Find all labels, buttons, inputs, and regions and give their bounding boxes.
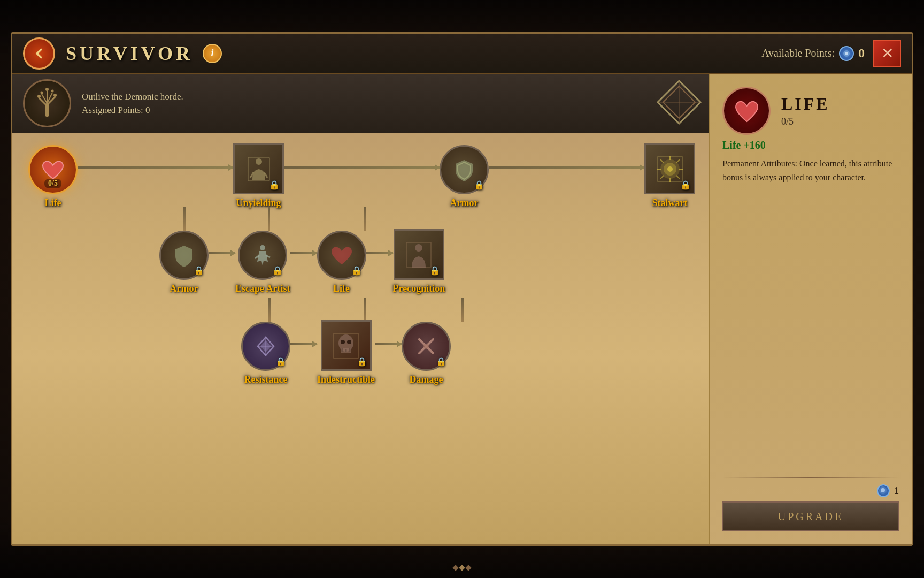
life-icon-large (722, 87, 771, 135)
v-connector-3 (364, 207, 366, 231)
svg-line-27 (676, 176, 680, 179)
lock-icon-precog: 🔒 (429, 265, 440, 276)
close-button[interactable]: ✕ (873, 40, 901, 67)
header-bar: SURVIVOR i Available Points: 0 ✕ (12, 34, 912, 74)
svg-point-1 (845, 52, 848, 55)
cost-icon (877, 484, 890, 497)
divider (722, 477, 899, 478)
svg-point-30 (667, 166, 673, 172)
cost-value: 1 (894, 485, 899, 497)
svg-point-9 (53, 94, 57, 97)
v-connector-2 (268, 207, 270, 231)
connector-indestr-damage (375, 343, 402, 345)
connector-armor1-stalwart (489, 166, 644, 169)
lock-icon-stalwart: 🔒 (680, 180, 691, 190)
lock-icon-resistance: 🔒 (275, 356, 286, 367)
svg-line-28 (676, 159, 680, 163)
node-armor2[interactable]: 🔒 Armor (159, 231, 209, 294)
lock-icon-damage: 🔒 (436, 356, 446, 367)
svg-point-8 (37, 95, 41, 98)
main-panel: SURVIVOR i Available Points: 0 ✕ (11, 32, 913, 546)
node-indestructible[interactable]: 🔒 Indestructible (317, 320, 375, 385)
svg-point-40 (341, 340, 345, 344)
node-armor1[interactable]: 🔒 Armor (440, 145, 489, 209)
right-panel-title: LIFE (781, 94, 830, 114)
connector-escape-life2 (290, 252, 317, 254)
svg-point-31 (260, 245, 265, 250)
svg-point-44 (424, 344, 429, 349)
svg-point-11 (51, 90, 54, 93)
skill-header: Outlive the Demonic horde. Assigned Poin… (12, 74, 709, 133)
armor2-icon: 🔒 (159, 231, 209, 280)
connector-armor2-escape (209, 252, 235, 254)
diamond-emblem (655, 78, 703, 126)
header-right: Available Points: 0 ✕ (761, 40, 901, 67)
connector-resistance-indestr (290, 343, 317, 345)
cost-row: 1 (722, 484, 899, 497)
node-unyielding[interactable]: 🔒 Unyielding (233, 143, 284, 209)
info-button[interactable]: i (203, 44, 222, 63)
indestructible-icon: 🔒 (321, 320, 372, 371)
svg-line-29 (660, 176, 664, 179)
connector-life-unyielding (78, 166, 233, 169)
bottom-decoration (453, 566, 471, 570)
v-connector-row2-3b (364, 298, 366, 322)
svg-point-46 (881, 488, 885, 492)
lock-icon-armor2: 🔒 (194, 265, 204, 276)
node-resistance[interactable]: 🔒 Resistance (241, 322, 290, 385)
connector-unyielding-armor (284, 166, 440, 169)
v-connector-row2-3a (268, 298, 271, 322)
tree-row-3: 🔒 Resistance (241, 320, 451, 385)
node-damage[interactable]: 🔒 Damage (402, 322, 451, 385)
right-panel-progress: 0/5 (781, 116, 830, 127)
svg-point-33 (415, 244, 422, 252)
right-panel-title-group: LIFE 0/5 (781, 94, 830, 127)
tree-row-2: 🔒 Armor 🔒 Escap (159, 229, 445, 294)
v-connector-1 (183, 207, 186, 231)
node-life[interactable]: 0/5 Life (28, 145, 78, 209)
upgrade-button[interactable]: UPGRADE (722, 501, 899, 531)
precognition-icon: 🔒 (394, 229, 444, 280)
escape-artist-icon: 🔒 (238, 231, 287, 280)
lock-icon-life2: 🔒 (351, 265, 362, 276)
stalwart-icon: 🔒 (644, 143, 695, 194)
armor1-icon: 🔒 (440, 145, 489, 194)
life-icon: 0/5 (28, 145, 78, 194)
node-stalwart[interactable]: 🔒 Stalwart (644, 143, 695, 209)
skill-tree: 0/5 Life (23, 135, 700, 539)
right-panel: LIFE 0/5 Life +160 Permanent Attributes:… (709, 74, 912, 544)
available-points: Available Points: 0 (761, 46, 865, 61)
tree-row-1: 0/5 Life (28, 143, 695, 209)
survivor-icon (23, 79, 71, 127)
back-button[interactable] (23, 37, 55, 70)
svg-point-10 (41, 92, 43, 94)
svg-line-26 (660, 159, 664, 163)
resistance-icon: 🔒 (241, 322, 290, 371)
life2-icon: 🔒 (317, 231, 366, 280)
svg-point-12 (45, 88, 49, 91)
unyielding-icon: 🔒 (233, 143, 284, 194)
node-escape-artist[interactable]: 🔒 Escape Artist (235, 231, 290, 294)
lock-icon-unyielding: 🔒 (269, 180, 280, 190)
skill-description: Outlive the Demonic horde. Assigned Poin… (82, 90, 183, 117)
node-precognition[interactable]: 🔒 Precognition (393, 229, 445, 294)
life-bonus: Life +160 (722, 139, 899, 151)
svg-point-41 (347, 340, 351, 344)
lock-icon-armor1: 🔒 (474, 180, 484, 190)
page-title: SURVIVOR (66, 42, 193, 65)
right-panel-header: LIFE 0/5 (722, 87, 899, 135)
lock-icon-escape: 🔒 (272, 265, 283, 276)
connector-life2-precog (366, 252, 393, 254)
svg-point-18 (256, 158, 262, 165)
right-panel-description: Permanent Attributes: Once learned, this… (722, 157, 899, 470)
damage-icon: 🔒 (402, 322, 451, 371)
node-life2[interactable]: 🔒 Life (317, 231, 366, 294)
v-connector-row2-3c (461, 298, 464, 322)
points-icon (839, 46, 854, 61)
parchment-area: Outlive the Demonic horde. Assigned Poin… (12, 74, 912, 544)
lock-icon-indestr: 🔒 (357, 356, 367, 367)
